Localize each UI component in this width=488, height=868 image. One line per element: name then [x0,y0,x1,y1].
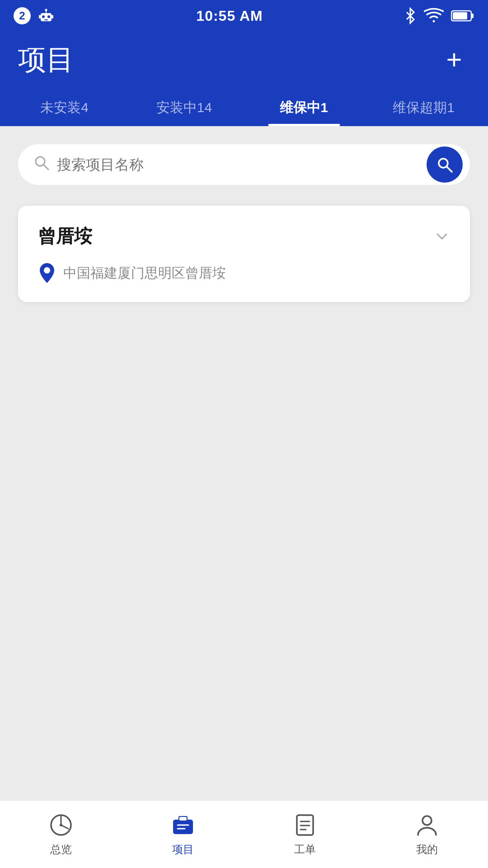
project-card[interactable]: 曾厝垵 中国福建厦门思明区曾厝垵 [18,206,470,302]
svg-point-27 [422,816,432,825]
svg-rect-6 [39,15,41,19]
nav-label-workorder: 工单 [294,842,316,857]
svg-rect-18 [173,820,193,834]
wifi-icon [424,7,444,25]
bluetooth-icon [404,7,417,25]
bottom-nav: 总览 项目 工单 [0,800,488,868]
status-time: 10:55 AM [196,8,263,24]
location-pin-icon [38,262,56,284]
search-input[interactable] [57,156,419,173]
project-card-header: 曾厝垵 [38,224,450,249]
project-address: 中国福建厦门思明区曾厝垵 [63,264,226,283]
tabs-bar: 未安装4 安装中14 维保中1 维保超期1 [0,88,488,126]
mine-icon [414,812,440,838]
svg-point-5 [45,9,47,11]
svg-line-14 [447,167,452,172]
nav-label-mine: 我的 [416,842,438,857]
workorder-icon [292,812,318,838]
tab-maintaining[interactable]: 维保中1 [244,88,364,126]
tab-expired[interactable]: 维保超期1 [364,88,483,126]
svg-point-17 [60,824,62,826]
svg-point-15 [44,267,50,274]
svg-rect-9 [471,14,474,18]
svg-point-2 [47,15,50,18]
status-right [404,7,474,25]
search-button[interactable] [427,146,463,183]
status-bar: 2 10:55 AM [0,0,488,32]
svg-rect-10 [453,12,467,19]
header: 项目 + [0,32,488,88]
projects-icon [170,812,196,838]
nav-label-projects: 项目 [172,842,194,857]
tab-installing[interactable]: 安装中14 [124,88,244,126]
search-btn-icon [436,156,454,174]
chevron-down-icon [434,228,450,245]
project-name: 曾厝垵 [38,224,92,249]
nav-item-projects[interactable]: 项目 [122,801,244,868]
page-title: 项目 [18,41,74,88]
robot-icon [37,7,55,25]
svg-point-1 [42,15,45,18]
svg-rect-20 [179,817,187,821]
status-left: 2 [14,7,55,25]
nav-label-overview: 总览 [50,842,72,857]
svg-rect-7 [52,15,53,19]
add-project-button[interactable]: + [438,48,470,80]
svg-line-12 [44,165,48,170]
add-icon: + [446,46,462,73]
search-bar [18,144,470,185]
overview-icon [48,812,74,838]
tab-uninstalled[interactable]: 未安装4 [5,88,124,126]
project-location: 中国福建厦门思明区曾厝垵 [38,262,450,284]
notification-badge: 2 [14,7,31,24]
nav-item-workorder[interactable]: 工单 [244,801,366,868]
svg-rect-3 [44,19,48,20]
content-area: 曾厝垵 中国福建厦门思明区曾厝垵 [0,126,488,868]
nav-item-overview[interactable]: 总览 [0,801,122,868]
nav-item-mine[interactable]: 我的 [366,801,488,868]
search-icon-left [33,155,50,175]
battery-icon [451,9,474,23]
